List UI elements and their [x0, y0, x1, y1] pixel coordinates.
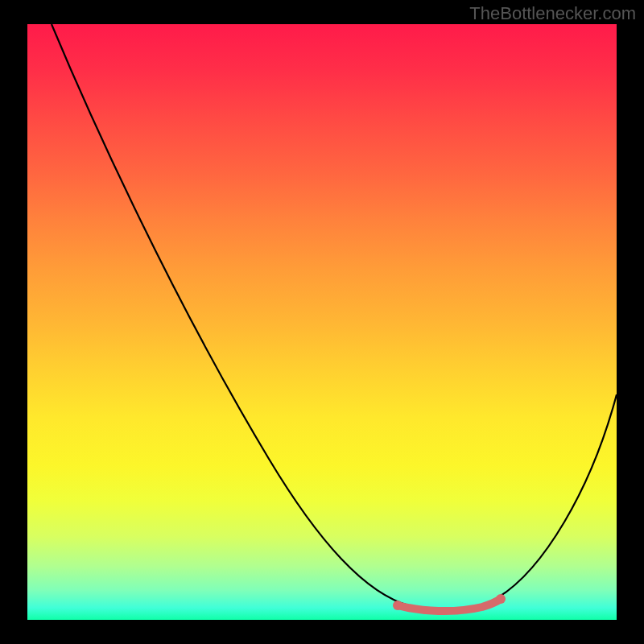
chart-svg — [27, 24, 617, 620]
watermark-text: TheBottlenecker.com — [469, 3, 636, 24]
plot-area — [27, 24, 617, 620]
highlight-segment — [398, 599, 501, 611]
curve-line — [52, 24, 617, 610]
highlight-end-dot — [496, 594, 506, 604]
